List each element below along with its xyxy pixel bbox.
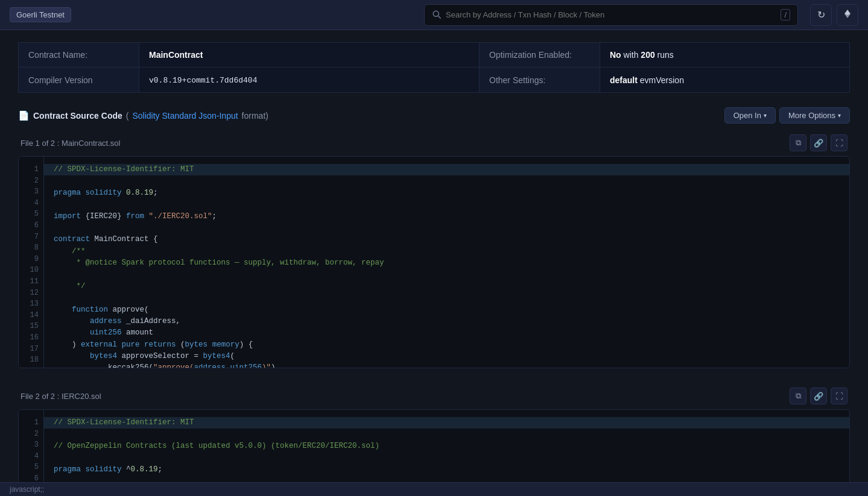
file1-header: File 1 of 2 : MainContract.sol ⧉ 🔗 ⛶ [18,130,850,156]
copy-icon: ⧉ [796,138,801,148]
search-bar: / [424,4,798,26]
compiler-version-value: v0.8.19+commit.7dd6d404 [139,67,480,93]
source-section-header: 📄 Contract Source Code ( Solidity Standa… [18,107,850,124]
contract-name-label: Contract Name: [19,43,139,67]
file1-copy-button[interactable]: ⧉ [790,134,806,151]
section-title-paren-open: ( [126,111,129,121]
file1-title: File 1 of 2 : MainContract.sol [21,139,120,148]
section-title: 📄 Contract Source Code ( Solidity Standa… [18,110,268,121]
file2-copy-button[interactable]: ⧉ [790,388,806,404]
status-text: javascript;; [10,485,44,494]
ethereum-icon [843,9,852,21]
link-icon2: 🔗 [814,392,823,401]
optimization-label: Optimization Enabled: [480,43,600,67]
compiler-version-label: Compiler Version [19,67,139,93]
open-in-button[interactable]: Open In ▾ [724,107,776,124]
refresh-icon: ↻ [817,9,825,20]
section-title-paren-close: format) [242,111,268,121]
expand-icon: ⛶ [835,139,843,148]
open-in-label: Open In [733,111,761,120]
file2-header: File 2 of 2 : IERC20.sol ⧉ 🔗 ⛶ [18,383,850,409]
open-in-chevron: ▾ [764,112,767,119]
more-options-button[interactable]: More Options ▾ [779,107,850,124]
file1-line-numbers: 1234567891011121314151617181920212223242… [19,157,44,368]
network-badge[interactable]: Goerli Testnet [10,7,71,22]
other-settings-label: Other Settings: [480,67,600,93]
section-title-bold: Contract Source Code [33,111,122,121]
file2-actions: ⧉ 🔗 ⛶ [790,388,847,404]
standard-json-input-link[interactable]: Solidity Standard Json-Input [132,111,238,121]
source-action-buttons: Open In ▾ More Options ▾ [724,107,850,124]
file1-expand-button[interactable]: ⛶ [831,134,847,151]
svg-line-1 [439,16,441,18]
expand-icon2: ⛶ [835,392,843,401]
optimization-value: No with 200 runs [600,43,850,67]
search-slash: / [781,9,790,20]
file2-expand-button[interactable]: ⛶ [831,388,847,404]
file1-code-inner[interactable]: 1234567891011121314151617181920212223242… [19,157,849,368]
file2-link-button[interactable]: 🔗 [810,388,827,404]
copy-icon2: ⧉ [796,391,801,401]
file1-code-body: // SPDX-License-Identifier: MIT pragma s… [44,157,849,368]
file1-link-button[interactable]: 🔗 [810,134,827,151]
nav-icons: ↻ [810,4,858,26]
svg-point-0 [433,11,439,16]
file1-actions: ⧉ 🔗 ⛶ [790,134,847,151]
more-options-chevron: ▾ [838,112,841,119]
topnav: Goerli Testnet / ↻ [0,0,868,30]
other-settings-value: default evmVersion [600,67,850,93]
search-input[interactable] [446,10,781,19]
file1-code-container: 1234567891011121314151617181920212223242… [18,156,850,368]
document-icon: 📄 [18,110,30,121]
contract-name-value: MainContract [139,43,480,67]
file2-title: File 2 of 2 : IERC20.sol [21,392,101,401]
contract-info-table: Contract Name: MainContract Optimization… [18,42,850,93]
refresh-icon-btn[interactable]: ↻ [810,4,832,26]
search-icon [432,10,441,20]
more-options-label: More Options [788,111,835,120]
ethereum-icon-btn[interactable] [837,4,858,26]
main-content: Contract Name: MainContract Optimization… [0,30,868,496]
link-icon: 🔗 [814,139,823,148]
status-bar: javascript;; [0,482,868,496]
